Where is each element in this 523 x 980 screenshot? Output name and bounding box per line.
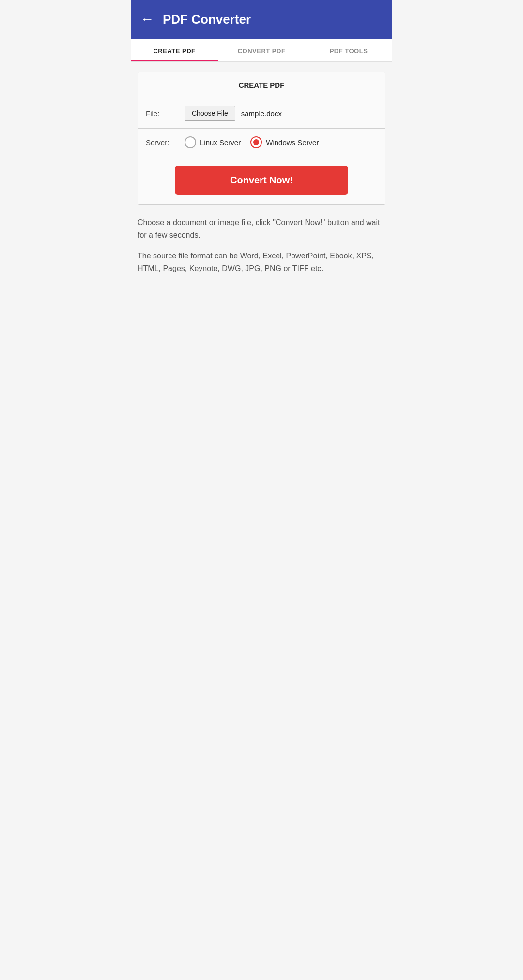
file-field: Choose File sample.docx <box>185 106 377 121</box>
tab-create-pdf[interactable]: CREATE PDF <box>131 39 218 61</box>
convert-button-row: Convert Now! <box>138 156 385 204</box>
server-radio-group: Linux Server Windows Server <box>185 136 377 148</box>
windows-server-radio[interactable] <box>250 136 262 148</box>
choose-file-button[interactable]: Choose File <box>185 106 235 121</box>
linux-server-option[interactable]: Linux Server <box>185 136 241 148</box>
convert-now-button[interactable]: Convert Now! <box>175 166 349 195</box>
app-title: PDF Converter <box>163 12 251 27</box>
description-paragraph-1: Choose a document or image file, click "… <box>138 216 385 241</box>
description-section: Choose a document or image file, click "… <box>138 216 385 274</box>
linux-server-radio[interactable] <box>185 136 196 148</box>
file-row: File: Choose File sample.docx <box>138 98 385 129</box>
file-label: File: <box>146 109 185 118</box>
server-label: Server: <box>146 138 185 147</box>
form-card-title: CREATE PDF <box>138 72 385 98</box>
description-paragraph-2: The source file format can be Word, Exce… <box>138 250 385 274</box>
windows-server-label: Windows Server <box>266 138 319 147</box>
create-pdf-form-card: CREATE PDF File: Choose File sample.docx… <box>138 72 385 205</box>
tab-pdf-tools[interactable]: PDF TOOLS <box>305 39 392 61</box>
main-content: CREATE PDF File: Choose File sample.docx… <box>131 62 392 294</box>
linux-server-label: Linux Server <box>200 138 241 147</box>
tabs-bar: CREATE PDF CONVERT PDF PDF TOOLS <box>131 39 392 62</box>
windows-server-option[interactable]: Windows Server <box>250 136 319 148</box>
tab-convert-pdf[interactable]: CONVERT PDF <box>218 39 305 61</box>
back-icon[interactable]: ← <box>140 13 154 26</box>
file-name-display: sample.docx <box>241 109 282 118</box>
header: ← PDF Converter <box>131 0 392 39</box>
server-row: Server: Linux Server Windows Server <box>138 129 385 156</box>
